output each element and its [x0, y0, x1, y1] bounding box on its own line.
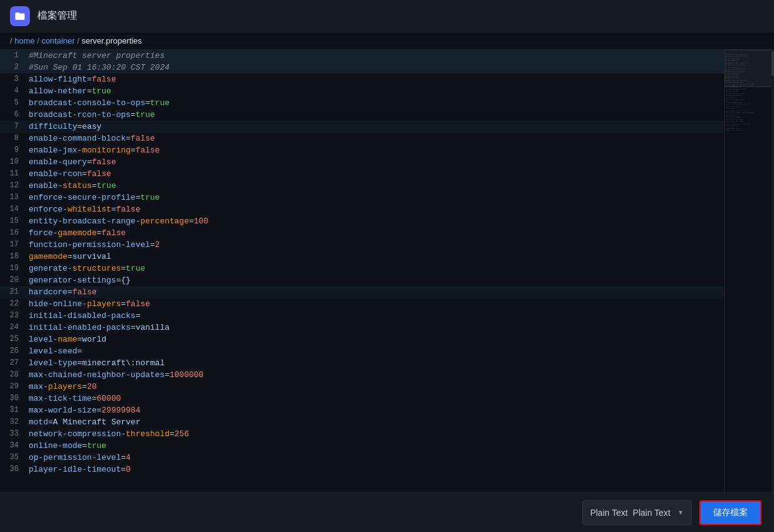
- table-row: 3allow-flight=false: [0, 73, 724, 85]
- line-content: level-type=minecraft\:normal: [26, 357, 164, 369]
- line-content: broadcast-rcon-to-ops=true: [26, 109, 155, 121]
- table-row: 5broadcast-console-to-ops=true: [0, 97, 724, 109]
- table-row: 16force-gamemode=false: [0, 227, 724, 239]
- line-number: 9: [0, 144, 26, 156]
- line-number: 15: [0, 215, 26, 227]
- table-row: 20generator-settings={}: [0, 274, 724, 286]
- save-button[interactable]: 儲存檔案: [699, 500, 762, 525]
- code-editor[interactable]: 1#Minecraft server properties2#Sun Sep 0…: [0, 50, 724, 492]
- table-row: 29max-players=20: [0, 381, 724, 393]
- table-row: 10enable-query=false: [0, 156, 724, 168]
- table-row: 25level-name=world: [0, 334, 724, 345]
- line-content: enable-jmx-monitoring=false: [26, 144, 160, 156]
- line-number: 23: [0, 310, 26, 322]
- table-row: 2#Sun Sep 01 16:30:20 CST 2024: [0, 62, 724, 73]
- table-row: 11enable-rcon=false: [0, 168, 724, 180]
- table-row: 34online-mode=true: [0, 440, 724, 452]
- line-content: generator-settings={}: [26, 274, 131, 286]
- table-row: 7difficulty=easy: [0, 121, 724, 133]
- table-row: 22hide-online-players=false: [0, 298, 724, 310]
- line-number: 17: [0, 239, 26, 251]
- line-number: 5: [0, 97, 26, 109]
- table-row: 21hardcore=false: [0, 286, 724, 298]
- chevron-down-icon: ▼: [677, 509, 684, 516]
- line-number: 7: [0, 121, 26, 133]
- line-number: 1: [0, 50, 26, 62]
- line-number: 11: [0, 168, 26, 180]
- table-row: 30max-tick-time=60000: [0, 393, 724, 404]
- line-number: 20: [0, 274, 26, 286]
- line-content: enable-query=false: [26, 156, 116, 168]
- line-number: 6: [0, 109, 26, 121]
- line-number: 25: [0, 334, 26, 345]
- line-number: 30: [0, 393, 26, 404]
- table-row: 28max-chained-neighbor-updates=1000000: [0, 369, 724, 381]
- table-row: 4allow-nether=true: [0, 85, 724, 97]
- language-select-input[interactable]: Plain Text Properties YAML JSON XML: [633, 508, 673, 518]
- table-row: 18gamemode=survival: [0, 251, 724, 263]
- line-number: 26: [0, 345, 26, 357]
- table-row: 35op-permission-level=4: [0, 452, 724, 464]
- line-number: 10: [0, 156, 26, 168]
- line-number: 33: [0, 428, 26, 440]
- line-content: #Sun Sep 01 16:30:20 CST 2024: [26, 62, 169, 73]
- line-content: enable-rcon=false: [26, 168, 111, 180]
- line-content: difficulty=easy: [26, 121, 101, 133]
- line-content: enable-command-block=false: [26, 133, 155, 144]
- line-content: op-permission-level=4: [26, 452, 131, 464]
- table-row: 23initial-disabled-packs=: [0, 310, 724, 322]
- table-row: 24initial-enabled-packs=vanilla: [0, 322, 724, 334]
- line-content: #Minecraft server properties: [26, 50, 164, 62]
- line-number: 12: [0, 180, 26, 192]
- line-number: 35: [0, 452, 26, 464]
- line-content: function-permission-level=2: [26, 239, 160, 251]
- line-content: hide-online-players=false: [26, 298, 150, 310]
- line-number: 34: [0, 440, 26, 452]
- line-content: entity-broadcast-range-percentage=100: [26, 215, 209, 227]
- line-content: allow-nether=true: [26, 85, 111, 97]
- line-content: max-world-size=29999984: [26, 404, 140, 416]
- folder-icon: [14, 11, 26, 22]
- line-content: max-players=20: [26, 381, 97, 393]
- table-row: 32motd=A Minecraft Server: [0, 416, 724, 428]
- minimap: #Minecraft server properties #Sun Sep 01…: [724, 50, 774, 492]
- line-number: 22: [0, 298, 26, 310]
- table-row: 14enforce-whitelist=false: [0, 203, 724, 215]
- line-number: 21: [0, 286, 26, 298]
- line-number: 32: [0, 416, 26, 428]
- breadcrumb: / home / container / server.properties: [0, 32, 774, 50]
- plain-text-label: Plain Text: [590, 508, 628, 518]
- table-row: 19generate-structures=true: [0, 263, 724, 274]
- table-row: 17function-permission-level=2: [0, 239, 724, 251]
- scrollbar-thumb[interactable]: [772, 51, 774, 76]
- table-row: 36player-idle-timeout=0: [0, 464, 724, 475]
- line-content: enforce-secure-profile=true: [26, 192, 160, 203]
- line-number: 4: [0, 85, 26, 97]
- table-row: 12enable-status=true: [0, 180, 724, 192]
- line-content: initial-enabled-packs=vanilla: [26, 322, 169, 334]
- line-content: player-idle-timeout=0: [26, 464, 131, 475]
- line-number: 3: [0, 73, 26, 85]
- line-content: gamemode=survival: [26, 251, 111, 263]
- line-content: level-name=world: [26, 334, 106, 345]
- line-content: force-gamemode=false: [26, 227, 126, 239]
- line-content: allow-flight=false: [26, 73, 116, 85]
- line-number: 13: [0, 192, 26, 203]
- line-content: enable-status=true: [26, 180, 116, 192]
- table-row: 15entity-broadcast-range-percentage=100: [0, 215, 724, 227]
- table-row: 26level-seed=: [0, 345, 724, 357]
- line-number: 2: [0, 62, 26, 73]
- header: 檔案管理: [0, 0, 774, 32]
- line-number: 27: [0, 357, 26, 369]
- line-content: initial-disabled-packs=: [26, 310, 140, 322]
- line-number: 29: [0, 381, 26, 393]
- line-content: online-mode=true: [26, 440, 106, 452]
- table-row: 9enable-jmx-monitoring=false: [0, 144, 724, 156]
- app-icon: [10, 6, 30, 26]
- table-row: 31max-world-size=29999984: [0, 404, 724, 416]
- line-content: enforce-whitelist=false: [26, 203, 140, 215]
- line-content: motd=A Minecraft Server: [26, 416, 140, 428]
- table-row: 33network-compression-threshold=256: [0, 428, 724, 440]
- line-number: 18: [0, 251, 26, 263]
- language-selector[interactable]: Plain Text Plain Text Properties YAML JS…: [582, 500, 692, 525]
